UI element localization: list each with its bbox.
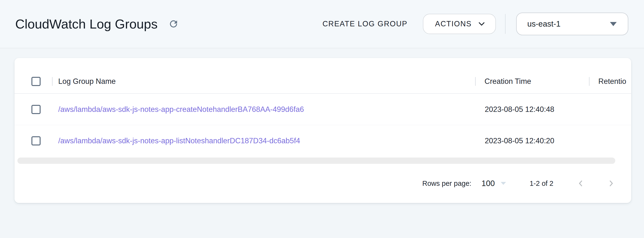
refresh-button[interactable] <box>167 17 180 31</box>
column-divider <box>475 77 476 86</box>
previous-page-button[interactable] <box>574 177 587 190</box>
header-divider <box>505 14 506 34</box>
region-selector-value: us-east-1 <box>527 19 561 28</box>
chevron-down-icon <box>478 22 485 26</box>
column-header-retention: Retentio <box>589 70 631 93</box>
log-group-name-cell: /aws/lambda/aws-sdk-js-notes-app-listNot… <box>52 136 475 145</box>
column-header-log-group-name: Log Group Name <box>52 70 475 93</box>
creation-time-cell: 2023-08-05 12:40:20 <box>475 136 589 145</box>
select-all-checkbox[interactable] <box>32 77 40 86</box>
row-checkbox[interactable] <box>32 136 40 146</box>
header-actions: CREATE LOG GROUP ACTIONS us-east-1 <box>320 12 628 35</box>
creation-time-cell: 2023-08-05 12:40:48 <box>475 105 589 114</box>
select-arrow-icon <box>501 182 506 185</box>
header-checkbox-cell <box>14 77 52 86</box>
row-checkbox-cell <box>14 105 52 114</box>
page: CloudWatch Log Groups CREATE LOG GROUP A… <box>0 0 644 238</box>
pagination-range: 1-2 of 2 <box>530 180 554 188</box>
dropdown-arrow-icon <box>610 22 617 26</box>
chevron-right-icon <box>607 179 615 188</box>
page-title: CloudWatch Log Groups <box>15 16 158 32</box>
log-group-link[interactable]: /aws/lambda/aws-sdk-js-notes-app-listNot… <box>58 136 300 145</box>
chevron-left-icon <box>576 179 585 188</box>
actions-button[interactable]: ACTIONS <box>423 14 496 34</box>
rows-per-page-label: Rows per page: <box>422 180 471 188</box>
table-row: /aws/lambda/aws-sdk-js-notes-app-listNot… <box>14 125 631 156</box>
table-row: /aws/lambda/aws-sdk-js-notes-app-createN… <box>14 94 631 125</box>
column-header-creation-time: Creation Time <box>475 70 589 93</box>
actions-button-label: ACTIONS <box>435 20 472 28</box>
column-header-label: Creation Time <box>484 77 531 86</box>
next-page-button[interactable] <box>604 177 618 190</box>
refresh-icon <box>168 18 179 29</box>
row-checkbox[interactable] <box>32 105 40 114</box>
table-header-row: Log Group Name Creation Time Retentio <box>14 70 631 94</box>
region-selector[interactable]: us-east-1 <box>516 12 628 35</box>
log-groups-card: Log Group Name Creation Time Retentio /a… <box>14 58 631 203</box>
log-group-link[interactable]: /aws/lambda/aws-sdk-js-notes-app-createN… <box>58 105 304 114</box>
header-bar: CloudWatch Log Groups CREATE LOG GROUP A… <box>0 0 644 48</box>
rows-per-page-value: 100 <box>482 179 495 188</box>
pagination-bar: Rows per page: 100 1-2 of 2 <box>14 170 631 196</box>
horizontal-scrollbar-thumb[interactable] <box>18 158 615 164</box>
create-log-group-button[interactable]: CREATE LOG GROUP <box>320 15 410 32</box>
title-group: CloudWatch Log Groups <box>15 16 180 32</box>
horizontal-scrollbar <box>14 158 631 165</box>
rows-per-page-select[interactable]: 100 <box>482 179 506 188</box>
column-header-label: Log Group Name <box>58 77 116 86</box>
column-divider <box>589 77 590 86</box>
column-header-label: Retentio <box>598 77 626 86</box>
column-divider <box>52 77 53 86</box>
log-group-name-cell: /aws/lambda/aws-sdk-js-notes-app-createN… <box>52 105 475 114</box>
row-checkbox-cell <box>14 136 52 146</box>
